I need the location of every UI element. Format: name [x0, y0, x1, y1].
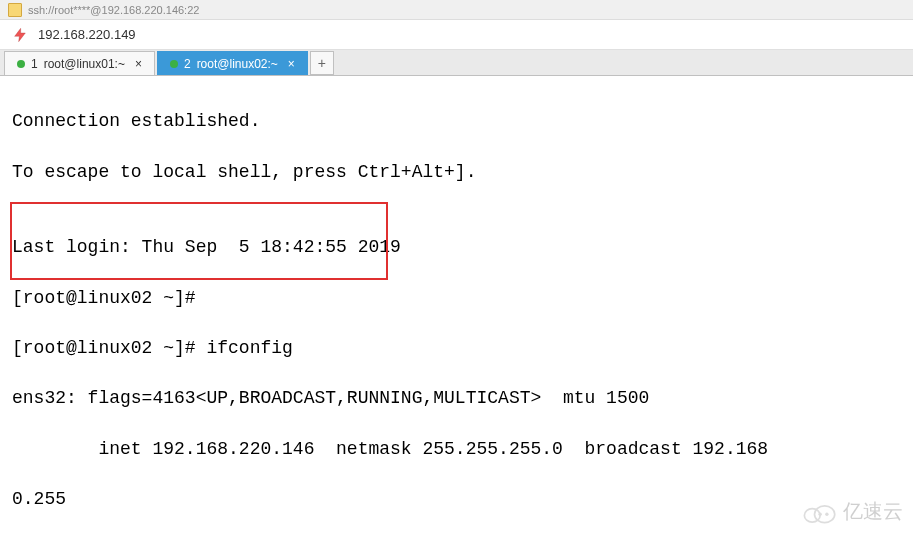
folder-icon: [8, 3, 22, 17]
terminal-line: [root@linux02 ~]# ifconfig: [12, 336, 901, 361]
terminal-line: Last login: Thu Sep 5 18:42:55 2019: [12, 235, 901, 260]
bolt-icon[interactable]: [12, 27, 28, 43]
tab-number: 2: [184, 57, 191, 71]
tabs-bar: 1 root@linux01:~ × 2 root@linux02:~ × +: [0, 50, 913, 76]
tab-2[interactable]: 2 root@linux02:~ ×: [157, 51, 308, 75]
watermark-text: 亿速云: [843, 498, 903, 525]
tab-label: root@linux01:~: [44, 57, 125, 71]
tab-label: root@linux02:~: [197, 57, 278, 71]
add-tab-button[interactable]: +: [310, 51, 334, 75]
title-bar: ssh://root****@192.168.220.146:22: [0, 0, 913, 20]
tab-1[interactable]: 1 root@linux01:~ ×: [4, 51, 155, 75]
terminal-line: Connection established.: [12, 109, 901, 134]
title-bar-text: ssh://root****@192.168.220.146:22: [28, 4, 199, 16]
address-text: 192.168.220.149: [38, 27, 136, 42]
tab-number: 1: [31, 57, 38, 71]
terminal-output[interactable]: Connection established. To escape to loc…: [0, 76, 913, 540]
terminal-line: To escape to local shell, press Ctrl+Alt…: [12, 160, 901, 185]
terminal-line: [root@linux02 ~]#: [12, 286, 901, 311]
svg-point-3: [825, 512, 828, 515]
cloud-icon: [801, 500, 837, 524]
status-dot-icon: [17, 60, 25, 68]
terminal-line: 0.255: [12, 487, 901, 512]
close-icon[interactable]: ×: [135, 57, 142, 71]
terminal-line: ens32: flags=4163<UP,BROADCAST,RUNNING,M…: [12, 386, 901, 411]
terminal-line: inet 192.168.220.146 netmask 255.255.255…: [12, 437, 901, 462]
svg-point-1: [815, 505, 835, 522]
quick-connect-bar: 192.168.220.149: [0, 20, 913, 50]
status-dot-icon: [170, 60, 178, 68]
close-icon[interactable]: ×: [288, 57, 295, 71]
watermark: 亿速云: [801, 498, 903, 525]
svg-point-2: [818, 512, 821, 515]
